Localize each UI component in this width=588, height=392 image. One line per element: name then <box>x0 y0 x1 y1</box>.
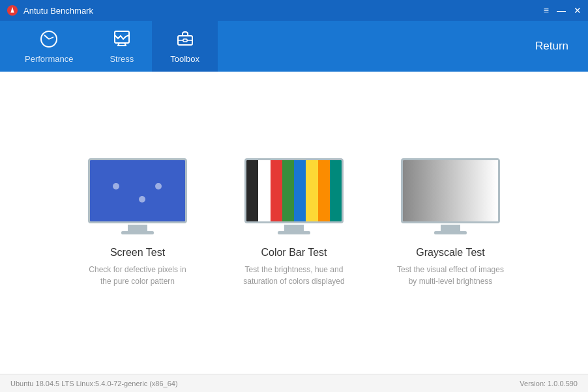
screen-test-title: Screen Test <box>110 247 165 259</box>
color-bars-display <box>246 160 342 221</box>
monitor-base-2 <box>278 231 310 234</box>
screen-test-desc: Check for defective pixels inthe pure co… <box>89 264 186 287</box>
color-bar-desc: Test the brightness, hue andsaturation o… <box>243 264 344 287</box>
grayscale-title: Grayscale Test <box>416 247 485 259</box>
pixel-dot-2 <box>139 196 145 203</box>
title-bar-left: Antutu Benchmark <box>7 5 93 16</box>
nav-tabs: Performance Stress <box>7 21 218 72</box>
grayscale-monitor <box>398 158 503 236</box>
color-bar-monitor <box>242 158 346 236</box>
screen-test-monitor <box>85 158 190 236</box>
main-content: Screen Test Check for defective pixels i… <box>0 72 588 374</box>
color-bar-screen <box>244 158 344 223</box>
hamburger-button[interactable]: ≡ <box>544 6 549 15</box>
screen-test-screen <box>88 158 187 223</box>
grayscale-screen <box>401 158 500 223</box>
svg-rect-11 <box>183 39 187 42</box>
system-info: Ubuntu 18.04.5 LTS Linux:5.4.0-72-generi… <box>10 380 178 387</box>
monitor-stand-2 <box>284 225 304 231</box>
title-bar-controls: ≡ — ✕ <box>544 6 581 15</box>
bar-3 <box>271 160 282 221</box>
toolbox-label: Toolbox <box>170 54 199 64</box>
bar-4 <box>282 160 294 221</box>
screen-test-bg <box>90 160 185 221</box>
bar-8 <box>330 160 342 221</box>
bar-7 <box>318 160 330 221</box>
close-button[interactable]: ✕ <box>574 6 581 15</box>
monitor-base-1 <box>121 231 154 234</box>
pixel-dot-1 <box>113 183 119 189</box>
return-button[interactable]: Return <box>516 40 588 53</box>
screen-test-card[interactable]: Screen Test Check for defective pixels i… <box>79 158 196 287</box>
version-info: Version: 1.0.0.590 <box>520 380 578 387</box>
stress-label: Stress <box>110 54 134 64</box>
stress-icon <box>112 29 132 50</box>
color-bar-title: Color Bar Test <box>261 247 327 259</box>
app-name: Antutu Benchmark <box>23 6 93 16</box>
performance-label: Performance <box>25 54 73 64</box>
minimize-button[interactable]: — <box>557 6 566 15</box>
performance-icon <box>39 29 59 50</box>
monitor-base-3 <box>434 231 467 234</box>
pixel-dot-3 <box>155 183 162 189</box>
bar-1 <box>246 160 258 221</box>
svg-line-4 <box>49 37 53 39</box>
monitor-stand-1 <box>128 225 147 231</box>
tab-performance[interactable]: Performance <box>7 21 91 72</box>
nav-bar: Performance Stress <box>0 21 588 72</box>
status-bar: Ubuntu 18.04.5 LTS Linux:5.4.0-72-generi… <box>0 374 588 392</box>
bar-5 <box>294 160 306 221</box>
grayscale-display <box>403 160 498 221</box>
grayscale-desc: Test the visual effect of imagesby multi… <box>397 264 504 287</box>
app-logo <box>7 5 18 16</box>
bar-2 <box>258 160 270 221</box>
monitor-stand-3 <box>441 225 460 231</box>
toolbox-icon <box>175 29 195 50</box>
bar-6 <box>306 160 317 221</box>
tab-stress[interactable]: Stress <box>91 21 152 72</box>
tab-toolbox[interactable]: Toolbox <box>152 21 218 72</box>
grayscale-test-card[interactable]: Grayscale Test Test the visual effect of… <box>392 158 509 287</box>
title-bar: Antutu Benchmark ≡ — ✕ <box>0 0 588 21</box>
color-bar-test-card[interactable]: Color Bar Test Test the brightness, hue … <box>235 158 353 287</box>
svg-line-3 <box>44 35 49 39</box>
